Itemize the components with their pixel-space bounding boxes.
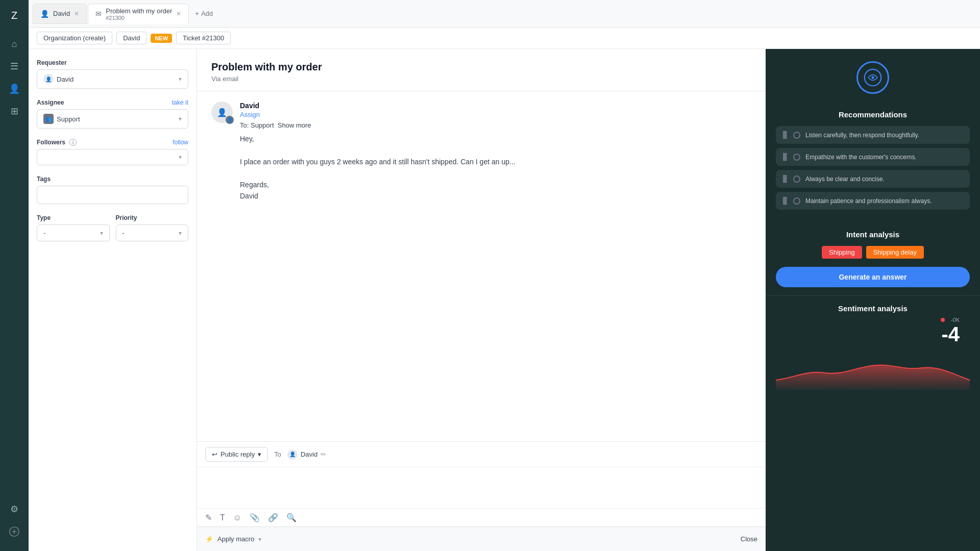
tab-david[interactable]: 👤 David ✕ — [33, 4, 87, 24]
sentiment-dot — [941, 318, 945, 322]
reply-format-toolbar: ✎ T ☺ 📎 🔗 🔍 — [197, 508, 766, 527]
rec-item-2[interactable]: ▊ Always be clear and concise. — [776, 170, 970, 188]
rec-circle-1 — [793, 154, 800, 161]
format-attach-icon[interactable]: 📎 — [250, 513, 260, 522]
rec-bar-icon-1: ▊ — [783, 153, 788, 161]
intent-section: Intent analysis Shipping Shipping delay … — [766, 222, 980, 295]
tags-input[interactable] — [37, 186, 188, 204]
reply-to-label: To — [274, 450, 281, 458]
message-assign-link[interactable]: Assign — [240, 111, 751, 118]
tab-david-close[interactable]: ✕ — [74, 10, 79, 17]
ai-logo-area — [766, 49, 980, 102]
reply-recipient-name: David — [301, 450, 317, 458]
breadcrumb-ticket[interactable]: Ticket #21300 — [176, 32, 231, 44]
type-label: Type — [37, 214, 110, 221]
message-content: David Assign To: Support Show more Hey, … — [240, 102, 751, 202]
reply-body[interactable] — [197, 467, 766, 508]
message-to: To: Support Show more — [240, 121, 751, 129]
requester-label: Requester — [37, 59, 188, 66]
ticket-messages: 👤 👤 David Assign To: Support Show more H… — [197, 91, 766, 441]
tab-order-close[interactable]: ✕ — [176, 10, 181, 17]
breadcrumb-new-badge: NEW — [151, 34, 172, 43]
format-link-icon[interactable]: 🔗 — [268, 513, 278, 522]
format-text-icon[interactable]: T — [220, 513, 225, 522]
tab-order-sublabel: #21300 — [106, 15, 172, 21]
ticket-via: Via email — [211, 75, 751, 83]
message-item: 👤 👤 David Assign To: Support Show more H… — [211, 102, 751, 202]
nav-home[interactable]: ⌂ — [5, 35, 23, 53]
assignee-chevron: ▾ — [179, 115, 182, 122]
tab-add[interactable]: + Add — [190, 10, 218, 17]
show-more-link[interactable]: Show more — [278, 121, 311, 129]
priority-label: Priority — [116, 214, 189, 221]
followers-info-icon[interactable]: i — [69, 139, 77, 146]
left-panel: Requester 👤 David ▾ Assignee take it — [29, 49, 197, 551]
nav-settings[interactable]: ⚙ — [5, 500, 23, 518]
ticket-header: Problem with my order Via email — [197, 49, 766, 91]
generate-answer-button[interactable]: Generate an answer — [776, 267, 970, 287]
ai-logo — [856, 61, 889, 94]
nav-zendesk-logo[interactable] — [5, 522, 23, 541]
sentiment-score: -4 — [776, 323, 970, 346]
nav-tickets[interactable]: ☰ — [5, 57, 23, 76]
tab-add-label: Add — [201, 10, 213, 17]
sentiment-title: Sentiment analysis — [776, 304, 970, 313]
message-sign: David — [240, 190, 751, 202]
rec-text-0: Listen carefully, then respond thoughtfu… — [805, 132, 919, 139]
rec-item-1[interactable]: ▊ Empathize with the customer's concerns… — [776, 148, 970, 166]
apply-macro[interactable]: ⚡ Apply macro ▾ — [205, 535, 261, 543]
followers-select[interactable]: ▾ — [37, 149, 188, 165]
right-panel: Recommendations ▊ Listen carefully, then… — [766, 49, 980, 551]
reply-toolbar: ↩ Public reply ▾ To 👤 David ✏ — [197, 442, 766, 467]
breadcrumb-david[interactable]: David — [116, 32, 146, 44]
tab-order-icon: ✉ — [95, 10, 102, 18]
requester-select[interactable]: 👤 David ▾ — [37, 69, 188, 89]
reply-area: ↩ Public reply ▾ To 👤 David ✏ ✎ T ☺ — [197, 441, 766, 527]
type-select[interactable]: - ▾ — [37, 224, 110, 241]
priority-select[interactable]: - ▾ — [116, 224, 189, 241]
assignee-select[interactable]: 👥 Support ▾ — [37, 109, 188, 129]
message-body-text: I place an order with you guys 2 weeks a… — [240, 156, 751, 167]
message-to-value: Support — [251, 121, 274, 129]
recommendations-section: Recommendations ▊ Listen carefully, then… — [766, 102, 980, 222]
ticket-area: Problem with my order Via email 👤 👤 Davi… — [197, 49, 766, 551]
message-regards: Regards, — [240, 179, 751, 190]
sentiment-score-label: -0K — [951, 317, 960, 323]
rec-bar-icon-2: ▊ — [783, 175, 788, 183]
main-container: 👤 David ✕ ✉ Problem with my order #21300… — [29, 0, 980, 551]
nav-users[interactable]: 👤 — [5, 80, 23, 98]
content-area: Requester 👤 David ▾ Assignee take it — [29, 49, 980, 551]
format-compose-icon[interactable]: ✎ — [205, 513, 212, 522]
format-search-icon[interactable]: 🔍 — [286, 513, 297, 522]
edit-recipient-icon[interactable]: ✏ — [321, 450, 326, 458]
requester-section: Requester 👤 David ▾ — [37, 59, 188, 89]
take-it-link[interactable]: take it — [172, 99, 188, 106]
type-section: Type - ▾ — [37, 214, 110, 241]
reply-recipient-avatar: 👤 — [287, 449, 298, 460]
nav-logo[interactable]: Z — [5, 6, 23, 24]
follow-link[interactable]: follow — [173, 139, 188, 146]
reply-recipient: 👤 David ✏ — [287, 449, 326, 460]
rec-bar-icon-3: ▊ — [783, 197, 788, 205]
tab-order[interactable]: ✉ Problem with my order #21300 ✕ — [88, 4, 189, 24]
nav-reports[interactable]: ⊞ — [5, 102, 23, 120]
tab-add-icon: + — [195, 10, 199, 17]
breadcrumb-org[interactable]: Organization (create) — [37, 32, 112, 44]
intent-tags: Shipping Shipping delay — [776, 246, 970, 259]
followers-label: Followers i follow — [37, 139, 188, 146]
tags-section: Tags — [37, 176, 188, 204]
rec-text-1: Empathize with the customer's concerns. — [805, 154, 917, 161]
format-emoji-icon[interactable]: ☺ — [233, 513, 241, 522]
svg-point-2 — [871, 76, 874, 79]
message-sender: David — [240, 102, 751, 110]
rec-item-0[interactable]: ▊ Listen carefully, then respond thought… — [776, 126, 970, 144]
rec-item-3[interactable]: ▊ Maintain patience and professionalism … — [776, 192, 970, 210]
rec-circle-2 — [793, 176, 800, 183]
reply-type-chevron: ▾ — [258, 450, 261, 458]
followers-section: Followers i follow ▾ — [37, 139, 188, 165]
nav-sidebar: Z ⌂ ☰ 👤 ⊞ ⚙ — [0, 0, 29, 551]
rec-circle-0 — [793, 132, 800, 139]
apply-macro-label: Apply macro — [217, 535, 254, 543]
reply-type-button[interactable]: ↩ Public reply ▾ — [205, 447, 268, 462]
close-button[interactable]: Close — [741, 535, 757, 543]
